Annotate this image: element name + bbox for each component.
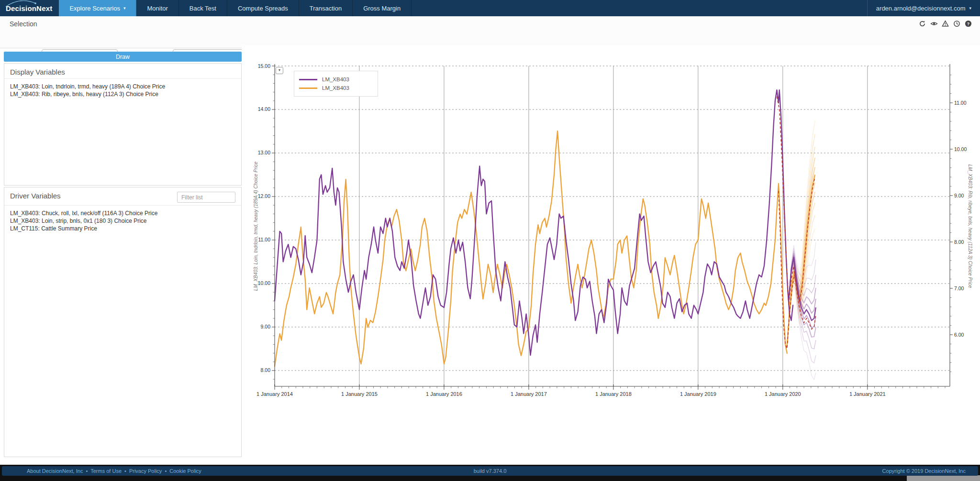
legend-label: LM_XB403 [322, 85, 349, 91]
build-version: build v7.374.0 [2, 468, 978, 474]
warning-triangle-icon[interactable] [941, 20, 949, 28]
svg-text:11.00: 11.00 [954, 100, 967, 106]
svg-text:13.00: 13.00 [258, 150, 270, 155]
app-logo: DecisionNext [0, 0, 59, 16]
top-nav: DecisionNext Explore Scenarios ▾ Monitor… [0, 0, 980, 16]
legend-entry: LM_XB403 [299, 75, 373, 84]
svg-text:7.00: 7.00 [954, 285, 964, 291]
svg-text:1 January 2016: 1 January 2016 [426, 391, 462, 397]
legend-entry: LM_XB403 [299, 84, 373, 92]
refresh-icon[interactable] [918, 20, 926, 28]
legend-line-swatch [299, 87, 317, 89]
eye-icon[interactable] [930, 20, 938, 28]
tab-label: Compute Spreads [238, 5, 288, 12]
user-email: arden.arnold@decisionnext.com [876, 5, 966, 12]
tab-back-test[interactable]: Back Test [179, 0, 227, 16]
list-item[interactable]: LM_XB403: Loin, strip, bnls, 0x1 (180 3)… [10, 217, 235, 225]
chart-collapse-button[interactable]: ▾ [276, 67, 283, 74]
driver-variables-panel: Driver Variables LM_XB403: Chuck, roll, … [4, 187, 242, 457]
tab-label: Monitor [147, 5, 167, 12]
help-icon[interactable]: ? [964, 20, 972, 28]
list-item[interactable]: LM_XB403: Rib, ribeye, bnls, heavy (112A… [10, 90, 235, 98]
svg-text:9.00: 9.00 [261, 324, 271, 329]
legend-line-swatch [299, 79, 317, 80]
price-chart[interactable]: 8.009.0010.0011.0012.0013.0014.0015.006.… [242, 45, 980, 421]
svg-text:8.00: 8.00 [954, 239, 964, 245]
panel-title: Selection [10, 20, 37, 28]
svg-text:1 January 2014: 1 January 2014 [256, 391, 293, 397]
footer: About DecisionNext, Inc • Terms of Use •… [2, 466, 978, 476]
tab-label: Gross Margin [363, 5, 401, 12]
svg-text:11.00: 11.00 [258, 237, 271, 242]
filter-list-input[interactable] [177, 192, 235, 203]
clock-icon[interactable] [953, 20, 961, 28]
svg-text:1 January 2019: 1 January 2019 [680, 391, 716, 397]
display-variables-panel: Display Variables LM_XB403: Loin, tndrlo… [4, 63, 242, 186]
logo-swoosh-icon [4, 0, 41, 7]
right-axis-title: LM_XB403: Rib, ribeye, bnls, heavy (112A… [968, 164, 973, 288]
svg-text:10.00: 10.00 [258, 280, 270, 286]
status-icon-row: ? [918, 20, 972, 28]
draw-button[interactable]: Draw [4, 52, 242, 62]
list-item[interactable]: LM_XB403: Chuck, roll, lxl, neck/off (11… [10, 209, 235, 217]
tab-label: Explore Scenarios [69, 5, 120, 12]
legend-label: LM_XB403 [322, 77, 349, 82]
svg-text:10.00: 10.00 [954, 146, 967, 152]
svg-text:1 January 2021: 1 January 2021 [849, 391, 886, 397]
series-line-1 [275, 90, 793, 355]
list-item[interactable]: LM_XB403: Loin, tndrloin, trmd, heavy (1… [10, 83, 235, 90]
display-variables-title: Display Variables [10, 68, 65, 76]
left-axis-title: LM_XB403: Loin, tndrloin, trmd, heavy (1… [253, 161, 258, 291]
chart-legend: LM_XB403 LM_XB403 [294, 71, 378, 97]
svg-text:?: ? [967, 22, 969, 26]
tab-transaction[interactable]: Transaction [299, 0, 353, 16]
svg-text:8.00: 8.00 [261, 367, 271, 373]
tab-label: Back Test [189, 5, 216, 12]
svg-text:15.00: 15.00 [258, 63, 270, 69]
chart-gridlines [275, 66, 950, 386]
svg-text:1 January 2015: 1 January 2015 [341, 391, 378, 397]
tab-label: Transaction [310, 5, 342, 12]
driver-variables-title: Driver Variables [10, 192, 61, 200]
svg-text:1 January 2017: 1 January 2017 [511, 391, 547, 397]
chevron-down-icon: ▾ [969, 6, 971, 11]
selection-panel: Selection ? Model: Beef Demo Model ▲▼ Sc… [0, 16, 980, 48]
tab-monitor[interactable]: Monitor [136, 0, 178, 16]
chart-axes: 8.009.0010.0011.0012.0013.0014.0015.006.… [256, 63, 967, 397]
tab-compute-spreads[interactable]: Compute Spreads [227, 0, 299, 16]
svg-text:12.00: 12.00 [258, 193, 270, 199]
svg-text:14.00: 14.00 [258, 106, 270, 112]
user-menu[interactable]: arden.arnold@decisionnext.com ▾ [867, 0, 980, 16]
svg-text:1 January 2020: 1 January 2020 [765, 391, 801, 397]
series-line-0 [275, 131, 787, 366]
svg-text:9.00: 9.00 [954, 193, 964, 198]
tab-gross-margin[interactable]: Gross Margin [353, 0, 412, 16]
tab-explore-scenarios[interactable]: Explore Scenarios ▾ [59, 0, 136, 16]
list-item[interactable]: LM_CT115: Cattle Summary Price [10, 225, 235, 232]
svg-text:6.00: 6.00 [954, 332, 964, 338]
display-variables-list: LM_XB403: Loin, tndrloin, trmd, heavy (1… [4, 79, 241, 102]
svg-text:1 January 2018: 1 January 2018 [595, 391, 632, 397]
chart-region: 8.009.0010.0011.0012.0013.0014.0015.006.… [242, 45, 980, 421]
chevron-down-icon: ▾ [123, 6, 126, 11]
driver-variables-list: LM_XB403: Chuck, roll, lxl, neck/off (11… [4, 206, 241, 236]
